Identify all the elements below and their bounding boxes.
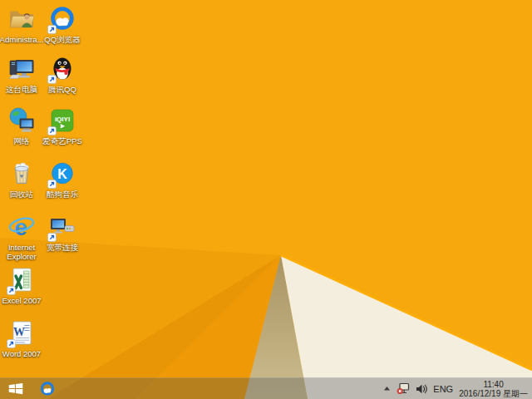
desktop-icon-tencent-qq[interactable]: 腾讯QQ <box>41 55 84 94</box>
speaker-icon <box>416 384 427 394</box>
icon-label: 这台电脑 <box>6 85 37 94</box>
qq-browser-icon <box>39 381 56 397</box>
desktop-icon-kugou-music[interactable]: K 酷狗音乐 <box>41 160 84 199</box>
desktop: Administra... QQ浏览器 <box>0 0 532 399</box>
desktop-icon-this-pc[interactable]: 这台电脑 <box>0 55 43 94</box>
svg-text:W: W <box>13 326 25 338</box>
icon-label: Administra... <box>0 35 43 44</box>
taskbar-qq-browser-button[interactable] <box>36 378 59 399</box>
recycle-bin-icon <box>7 160 36 188</box>
desktop-icon-broadband[interactable]: 宽带连接 <box>41 213 84 252</box>
icon-label: Word 2007 <box>2 349 41 358</box>
svg-text:iQIYI: iQIYI <box>55 116 70 123</box>
network-globe-icon <box>7 106 36 135</box>
network-disconnected-icon <box>397 382 410 395</box>
internet-explorer-icon: e <box>7 213 36 241</box>
desktop-icon-word-2007[interactable]: W Word 2007 <box>0 319 43 358</box>
start-button[interactable] <box>0 378 32 399</box>
icon-label: 网络 <box>14 136 30 145</box>
desktop-icon-excel-2007[interactable]: Excel 2007 <box>0 266 43 305</box>
network-status-icon[interactable] <box>397 382 410 395</box>
desktop-icon-recycle-bin[interactable]: 回收站 <box>0 160 43 199</box>
shortcut-arrow-icon <box>47 126 57 135</box>
icon-label: 爱奇艺PPS <box>42 136 82 145</box>
windows-logo-icon <box>8 382 23 395</box>
icon-label: QQ浏览器 <box>44 35 80 44</box>
shortcut-arrow-icon <box>47 25 57 34</box>
computer-icon <box>7 55 36 83</box>
svg-text:K: K <box>57 167 67 181</box>
shortcut-arrow-icon <box>7 339 16 348</box>
shortcut-arrow-icon <box>47 180 57 189</box>
shortcut-arrow-icon <box>47 233 57 242</box>
clock-time: 11:40 <box>459 380 528 389</box>
icon-label: Excel 2007 <box>2 296 41 305</box>
icon-label: 酷狗音乐 <box>47 190 78 199</box>
shortcut-arrow-icon <box>47 75 57 84</box>
language-indicator[interactable]: ENG <box>433 384 453 394</box>
clock[interactable]: 11:40 2016/12/19 星期一 <box>459 380 528 398</box>
icon-label: 宽带连接 <box>47 243 78 252</box>
volume-icon[interactable] <box>416 384 427 394</box>
taskbar: ENG 11:40 2016/12/19 星期一 <box>0 377 532 399</box>
desktop-icon-iqiyi-pps[interactable]: iQIYI 爱奇艺PPS <box>41 106 84 145</box>
desktop-icon-administrator[interactable]: Administra... <box>0 5 43 44</box>
icon-label: 回收站 <box>10 190 34 199</box>
user-folder-icon <box>7 5 36 33</box>
desktop-icon-network[interactable]: 网络 <box>0 106 43 145</box>
clock-date: 2016/12/19 星期一 <box>459 389 528 398</box>
show-hidden-icons-button[interactable] <box>383 386 391 392</box>
desktop-icon-qq-browser[interactable]: QQ浏览器 <box>41 5 84 44</box>
chevron-up-icon <box>383 386 391 392</box>
icon-label: Internet Explorer <box>0 243 43 261</box>
shortcut-arrow-icon <box>7 286 16 295</box>
desktop-icon-internet-explorer[interactable]: e Internet Explorer <box>0 213 43 261</box>
system-tray: ENG 11:40 2016/12/19 星期一 <box>383 378 532 399</box>
icon-label: 腾讯QQ <box>48 85 76 94</box>
